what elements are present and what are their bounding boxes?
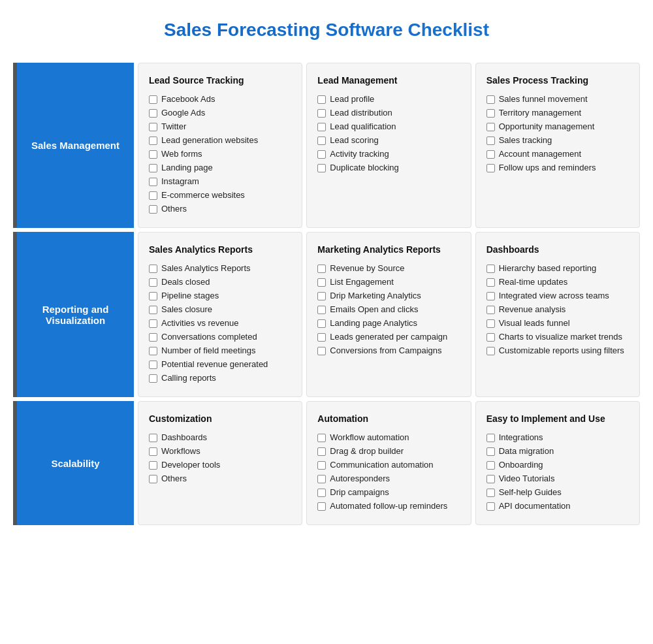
checkbox-icon[interactable] [149,205,157,214]
list-item-text: Lead distribution [330,108,392,118]
checkbox-icon[interactable] [149,461,157,470]
checkbox-icon[interactable] [317,292,326,300]
checkbox-icon[interactable] [486,447,495,456]
feature-card-2-1: AutomationWorkflow automationDrag & drop… [306,401,471,525]
checkbox-icon[interactable] [149,123,157,131]
checkbox-icon[interactable] [486,150,495,159]
checkbox-icon[interactable] [149,306,157,314]
list-item: Opportunity management [486,120,629,133]
list-item: Leads generated per campaign [317,330,460,344]
list-item-text: Drag & drop builder [330,446,404,456]
list-item: Lead qualification [317,120,460,133]
checkbox-icon[interactable] [486,319,495,328]
checkbox-icon[interactable] [149,164,157,172]
list-item: Sales closure [149,302,291,316]
checkbox-icon[interactable] [486,278,495,287]
checkbox-icon[interactable] [149,361,157,369]
checkbox-icon[interactable] [149,278,157,287]
list-item: Pipeline stages [149,289,291,302]
checkbox-icon[interactable] [149,265,157,273]
checkbox-icon[interactable] [317,150,326,159]
list-item-text: Drip campaigns [330,487,389,497]
checkbox-icon[interactable] [486,123,495,131]
checkbox-icon[interactable] [486,502,495,511]
list-item: Conversions from Campaigns [317,344,460,357]
list-item-text: Data migration [499,446,554,456]
checkbox-icon[interactable] [317,475,326,483]
checkbox-icon[interactable] [149,475,157,483]
checkbox-icon[interactable] [149,347,157,355]
checkbox-icon[interactable] [486,475,495,483]
checkbox-icon[interactable] [317,502,326,511]
checkbox-icon[interactable] [149,137,157,145]
checkbox-icon[interactable] [149,447,157,456]
checkbox-icon[interactable] [317,461,326,470]
section-1: Reporting and VisualizationSales Analyti… [13,232,640,397]
feature-card-0-2: Sales Process TrackingSales funnel movem… [475,63,640,228]
checkbox-icon[interactable] [317,278,326,287]
list-item-text: Integrated view across teams [499,291,609,300]
list-item-text: Conversions from Campaigns [330,346,441,355]
checkbox-icon[interactable] [486,164,495,172]
checkbox-icon[interactable] [317,137,326,145]
list-item: Video Tutorials [486,472,629,485]
checkbox-icon[interactable] [486,306,495,314]
list-item-text: Lead profile [330,94,374,104]
card-heading-0-1: Lead Management [317,75,460,86]
checkbox-icon[interactable] [317,347,326,355]
card-heading-2-1: Automation [317,413,460,424]
checkbox-icon[interactable] [317,306,326,314]
list-item-text: Dashboards [161,432,207,442]
checkbox-icon[interactable] [149,292,157,300]
checkbox-icon[interactable] [149,191,157,200]
checkbox-icon[interactable] [486,434,495,442]
checkbox-icon[interactable] [486,489,495,497]
checkbox-icon[interactable] [486,137,495,145]
checkbox-icon[interactable] [486,333,495,342]
list-item-text: Emails Open and clicks [330,304,418,314]
list-item-text: Sales closure [161,304,212,314]
checkbox-icon[interactable] [317,265,326,273]
checkbox-icon[interactable] [317,319,326,328]
checkbox-icon[interactable] [149,178,157,186]
checkbox-icon[interactable] [149,109,157,118]
page-title: Sales Forecasting Software Checklist [13,13,640,47]
checkbox-icon[interactable] [317,164,326,172]
list-item-text: API documentation [499,501,571,511]
checkbox-icon[interactable] [317,95,326,104]
checkbox-icon[interactable] [317,123,326,131]
checkbox-icon[interactable] [149,95,157,104]
checkbox-icon[interactable] [317,447,326,456]
checkbox-icon[interactable] [317,333,326,342]
card-heading-0-0: Lead Source Tracking [149,75,291,86]
list-item-text: Twitter [161,121,186,131]
list-item: Lead generation websites [149,133,291,147]
list-item: Revenue analysis [486,302,629,316]
checkbox-icon[interactable] [149,333,157,342]
card-heading-1-2: Dashboards [486,244,629,255]
checkbox-icon[interactable] [317,109,326,118]
category-label-1: Reporting and Visualization [13,232,134,397]
checkbox-icon[interactable] [149,374,157,383]
checkbox-icon[interactable] [149,319,157,328]
list-item: Data migration [486,444,629,458]
checkbox-icon[interactable] [149,434,157,442]
list-item: API documentation [486,499,629,513]
feature-card-2-2: Easy to Implement and UseIntegrationsDat… [475,401,640,525]
list-item: Onboarding [486,458,629,472]
list-item: Account management [486,147,629,161]
checkbox-icon[interactable] [149,150,157,159]
checkbox-icon[interactable] [486,347,495,355]
checkbox-icon[interactable] [486,95,495,104]
checkbox-icon[interactable] [317,434,326,442]
checkbox-icon[interactable] [486,265,495,273]
checkbox-icon[interactable] [486,461,495,470]
checkbox-icon[interactable] [486,292,495,300]
list-item: Google Ads [149,106,291,120]
feature-card-0-1: Lead ManagementLead profileLead distribu… [306,63,471,228]
checkbox-icon[interactable] [317,489,326,497]
checkbox-icon[interactable] [486,109,495,118]
list-item-text: Web forms [161,149,202,159]
feature-card-2-0: CustomizationDashboardsWorkflowsDevelope… [138,401,302,525]
list-item-text: Duplicate blocking [330,163,399,172]
